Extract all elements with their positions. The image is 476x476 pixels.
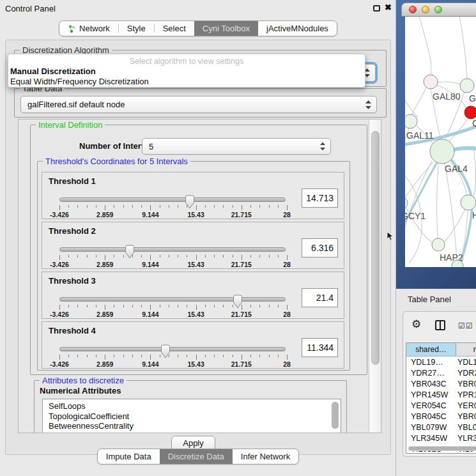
table-row[interactable]: YBR043CYBR0 [406, 378, 476, 389]
network-edge[interactable] [473, 146, 476, 197]
network-node[interactable] [405, 114, 417, 128]
threshold-value-field[interactable]: 11.344 [302, 338, 338, 357]
threshold-row: Threshold 4-3.4262.8599.14415.4321.71528… [42, 321, 344, 369]
network-canvas[interactable]: GAL80GACGAL11GAL4GCY1HHAP2 [405, 17, 476, 267]
cell-shared-name: YER054C [406, 401, 456, 410]
table-row[interactable]: YLR345WYLR3 [406, 433, 476, 443]
tab-jactivemnodules[interactable]: jActiveMNodules [258, 21, 337, 36]
network-edge[interactable] [438, 82, 460, 84]
network-edge[interactable] [459, 17, 467, 79]
network-edge[interactable] [444, 210, 465, 242]
network-node-label: GAL11 [406, 130, 434, 141]
table-row[interactable]: YPR145WYPR1 [406, 389, 476, 400]
network-edge[interactable] [409, 231, 422, 263]
table-horizontal-scrollbar[interactable] [408, 446, 476, 451]
control-panel-window: Control Panel ✖ Network Style [0, 0, 396, 476]
network-node[interactable] [430, 139, 454, 164]
panel-scrollbar[interactable] [369, 119, 381, 433]
attribute-list-item[interactable]: TopologicalCoefficient [49, 411, 341, 422]
slider-tick-label: 9.144 [142, 360, 158, 368]
slider-tick [196, 355, 197, 360]
attribute-list-item[interactable]: SelfLoops [49, 401, 341, 411]
threshold-slider-track[interactable] [59, 347, 286, 351]
table-row[interactable]: YDR27…YDR2 [406, 367, 476, 378]
table-panel-title: Table Panel [408, 295, 451, 304]
slider-tick [214, 255, 215, 257]
attributes-group: Attributes to discretize Numerical Attri… [34, 380, 347, 433]
threshold-slider-track[interactable] [59, 197, 286, 202]
slider-tick-label: 15.43 [187, 261, 204, 268]
table-row[interactable]: YDL19…YDL1 [406, 357, 476, 367]
network-node[interactable] [464, 106, 476, 119]
tab-select[interactable]: Select [155, 21, 194, 36]
numerical-attributes-list[interactable]: SelfLoopsTopologicalCoefficientBetweenne… [42, 399, 341, 433]
slider-tick [96, 255, 96, 257]
table-hscrollbar-thumb[interactable] [409, 447, 476, 450]
float-window-icon[interactable] [373, 5, 380, 12]
popup-option-manual-discretization[interactable]: Manual Discretization [10, 66, 362, 76]
threshold-label: Threshold 3 [49, 276, 96, 286]
slider-tick-labels: -3.4262.8599.14415.4321.71528 [59, 360, 287, 368]
tab-discretize-data[interactable]: Discretize Data [160, 449, 233, 464]
table-row[interactable]: YBL079WYBL0 [406, 422, 476, 433]
threshold-row: Threshold 2-3.4262.8599.14415.4321.71528… [42, 222, 344, 269]
tab-network[interactable]: Network [59, 21, 118, 36]
network-edge[interactable] [437, 164, 438, 238]
tab-style[interactable]: Style [119, 21, 154, 36]
slider-tick [87, 205, 88, 208]
network-node[interactable] [405, 197, 408, 210]
network-edge[interactable] [411, 88, 426, 115]
network-node[interactable] [432, 238, 445, 251]
slider-tick-label: 9.144 [142, 211, 158, 219]
zoom-traffic-light[interactable] [434, 6, 442, 13]
network-node[interactable] [461, 195, 476, 210]
network-edge[interactable] [405, 93, 418, 118]
threshold-value-field[interactable]: 14.713 [302, 188, 338, 208]
network-graph[interactable]: GAL80GACGAL11GAL4GCY1HHAP2 [405, 17, 476, 267]
slider-tick [160, 355, 160, 357]
slider-tick [141, 205, 142, 208]
threshold-value-field[interactable]: 21.4 [302, 288, 338, 307]
slider-tick [141, 355, 142, 357]
network-node[interactable] [460, 79, 474, 93]
gear-icon[interactable]: ⚙ [411, 319, 421, 330]
numerical-attributes-label: Numerical Attributes [40, 386, 121, 395]
table-data-combo[interactable]: galFiltered.sif default node [20, 96, 377, 113]
slider-tick [287, 205, 288, 210]
network-edge[interactable] [445, 164, 457, 260]
slider-tick [187, 205, 187, 208]
columns-icon[interactable] [435, 320, 445, 330]
number-of-intervals-combo[interactable]: 5 [142, 138, 331, 155]
popup-option-equal-width-frequency[interactable]: Equal Width/Frequency Discretization [10, 77, 362, 86]
column-header-name[interactable]: na [456, 343, 476, 356]
slider-tick [214, 305, 215, 307]
network-edge[interactable] [405, 161, 432, 248]
attribute-list-item[interactable]: BetweennessCentrality [49, 421, 341, 431]
minimize-traffic-light[interactable] [422, 6, 429, 13]
tab-infer-network[interactable]: Infer Network [233, 449, 298, 464]
slider-tick-label: 21.715 [231, 360, 252, 368]
network-node[interactable] [424, 75, 438, 89]
table-row[interactable]: YER054CYER0 [406, 400, 476, 411]
tab-impute-data[interactable]: Impute Data [98, 449, 160, 464]
slider-tick [59, 205, 60, 210]
attributes-scrollbar-thumb[interactable] [332, 402, 339, 429]
cell-name: YDR2 [456, 369, 476, 378]
close-traffic-light[interactable] [409, 6, 417, 13]
threshold-slider-track[interactable] [59, 297, 286, 302]
close-icon[interactable]: ✖ [385, 3, 392, 12]
tab-cyni-toolbox[interactable]: Cyni Toolbox [194, 21, 258, 36]
threshold-value-field[interactable]: 6.316 [302, 238, 338, 257]
cell-shared-name: YBL079W [406, 423, 456, 432]
cell-name: YBR0 [456, 380, 476, 388]
column-header-shared-name[interactable]: shared… [406, 343, 456, 356]
panel-scrollbar-thumb[interactable] [371, 131, 380, 365]
network-edge[interactable] [418, 17, 431, 75]
threshold-slider-track[interactable] [59, 247, 286, 252]
slider-tick [250, 255, 251, 257]
select-columns-icons[interactable]: ☑☑ [458, 321, 473, 330]
slider-tick [214, 355, 215, 357]
table-rows: YDL19…YDL1YDR27…YDR2YBR043CYBR0YPR145WYP… [406, 357, 476, 454]
table-row[interactable]: YBR045CYBR0 [406, 411, 476, 422]
attribute-items: SelfLoopsTopologicalCoefficientBetweenne… [49, 401, 341, 431]
